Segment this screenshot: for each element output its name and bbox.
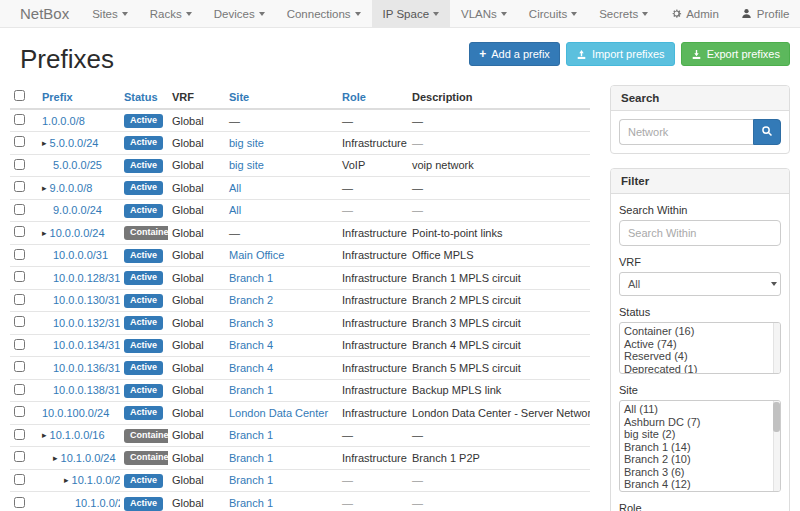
site-link[interactable]: Branch 2: [229, 294, 273, 306]
vrf-select[interactable]: All: [619, 272, 781, 296]
row-checkbox[interactable]: [14, 204, 25, 215]
select-all-checkbox[interactable]: [14, 90, 25, 101]
prefix-link[interactable]: 10.0.0.0/24: [50, 227, 105, 239]
row-checkbox[interactable]: [14, 249, 25, 260]
prefix-link[interactable]: 10.0.0.132/31: [53, 317, 120, 329]
nav-item-circuits[interactable]: Circuits: [518, 0, 588, 27]
site-link[interactable]: big site: [229, 137, 264, 149]
site-link[interactable]: Branch 1: [229, 384, 273, 396]
prefix-link[interactable]: 10.0.0.134/31: [53, 339, 120, 351]
site-link[interactable]: Branch 4: [229, 339, 273, 351]
scrollbar-track[interactable]: [773, 323, 780, 373]
description-value: London Data Center - Server Network: [412, 407, 590, 419]
row-checkbox[interactable]: [14, 429, 25, 440]
row-checkbox[interactable]: [14, 406, 25, 417]
site-option[interactable]: All (11): [620, 401, 780, 416]
site-option[interactable]: Branch 5 (7): [620, 491, 780, 493]
nav-item-admin[interactable]: Admin: [659, 0, 730, 27]
site-option[interactable]: Ashburn DC (7): [620, 416, 780, 429]
prefix-link[interactable]: 10.0.0.128/31: [53, 272, 120, 284]
prefix-link[interactable]: 10.1.0.0/26: [75, 497, 120, 509]
site-label: Site: [619, 384, 781, 396]
site-link[interactable]: big site: [229, 159, 264, 171]
prefix-link[interactable]: 9.0.0.0/8: [50, 182, 93, 194]
prefix-link[interactable]: 1.0.0.0/8: [42, 115, 85, 127]
column-header-status[interactable]: Status: [120, 85, 168, 109]
row-checkbox[interactable]: [14, 114, 25, 125]
prefix-link[interactable]: 10.1.0.0/24: [61, 452, 116, 464]
column-header-prefix[interactable]: Prefix: [38, 85, 120, 109]
site-link[interactable]: London Data Center: [229, 407, 328, 419]
site-link[interactable]: Branch 3: [229, 317, 273, 329]
prefix-link[interactable]: 10.0.0.130/31: [53, 294, 120, 306]
row-checkbox[interactable]: [14, 226, 25, 237]
status-option[interactable]: Reserved (4): [620, 350, 780, 363]
role-value: —: [342, 115, 353, 127]
nav-item-racks[interactable]: Racks: [139, 0, 203, 27]
status-option[interactable]: Active (74): [620, 338, 780, 351]
nav-item-sites[interactable]: Sites: [81, 0, 139, 27]
nav-item-connections[interactable]: Connections: [276, 0, 372, 27]
export-prefixes-button[interactable]: Export prefixes: [681, 42, 790, 66]
page-actions: + Add a prefix Import prefixes Export pr…: [469, 42, 790, 66]
prefix-link[interactable]: 10.0.0.138/31: [53, 384, 120, 396]
prefix-link[interactable]: 9.0.0.0/24: [53, 204, 102, 216]
site-listbox[interactable]: All (11)Ashburn DC (7)big site (2)Branch…: [619, 400, 781, 492]
nav-item-profile[interactable]: Profile: [730, 0, 800, 27]
prefix-link[interactable]: 5.0.0.0/24: [50, 137, 99, 149]
site-link[interactable]: Branch 1: [229, 474, 273, 486]
row-checkbox[interactable]: [14, 294, 25, 305]
nav-item-vlans[interactable]: VLANs: [450, 0, 518, 27]
site-option[interactable]: Branch 4 (12): [620, 478, 780, 491]
row-checkbox[interactable]: [14, 361, 25, 372]
import-prefixes-button[interactable]: Import prefixes: [566, 42, 675, 66]
nav-item-devices[interactable]: Devices: [203, 0, 276, 27]
site-link[interactable]: All: [229, 182, 241, 194]
search-button[interactable]: [753, 119, 781, 145]
row-checkbox[interactable]: [14, 181, 25, 192]
site-option[interactable]: Branch 2 (10): [620, 453, 780, 466]
row-checkbox[interactable]: [14, 474, 25, 485]
status-listbox[interactable]: Container (16)Active (74)Reserved (4)Dep…: [619, 322, 781, 374]
site-link[interactable]: Branch 1: [229, 497, 273, 509]
status-option[interactable]: Deprecated (1): [620, 363, 780, 375]
site-link[interactable]: All: [229, 204, 241, 216]
column-header-role[interactable]: Role: [338, 85, 408, 109]
row-checkbox[interactable]: [14, 271, 25, 282]
upload-icon: [576, 49, 587, 60]
row-checkbox[interactable]: [14, 339, 25, 350]
role-value: —: [342, 429, 353, 441]
site-option[interactable]: big site (2): [620, 428, 780, 441]
add-prefix-button[interactable]: + Add a prefix: [469, 42, 560, 66]
row-checkbox[interactable]: [14, 384, 25, 395]
scrollbar-thumb[interactable]: [773, 402, 780, 432]
prefix-link[interactable]: 10.1.0.0/16: [50, 429, 105, 441]
nav-item-ip-space[interactable]: IP Space: [372, 0, 450, 27]
site-option[interactable]: Branch 3 (6): [620, 466, 780, 479]
prefix-link[interactable]: 10.0.100.0/24: [42, 407, 109, 419]
site-link[interactable]: Branch 1: [229, 272, 273, 284]
column-header-site[interactable]: Site: [225, 85, 338, 109]
prefix-link[interactable]: 10.1.0.0/25: [72, 474, 120, 486]
row-checkbox[interactable]: [14, 451, 25, 462]
table-row: 10.1.0.0/26ActiveGlobalBranch 1——: [10, 492, 590, 511]
row-checkbox[interactable]: [14, 159, 25, 170]
prefix-link[interactable]: 10.0.0.0/31: [53, 249, 108, 261]
site-link[interactable]: Branch 1: [229, 452, 273, 464]
role-value: Infrastructure: [342, 407, 407, 419]
scrollbar-track[interactable]: [773, 401, 780, 491]
row-checkbox[interactable]: [14, 497, 25, 508]
row-checkbox[interactable]: [14, 136, 25, 147]
site-option[interactable]: Branch 1 (14): [620, 441, 780, 454]
nav-item-secrets[interactable]: Secrets: [588, 0, 659, 27]
netbox-brand[interactable]: NetBox: [8, 0, 81, 27]
search-input[interactable]: [619, 119, 753, 145]
status-option[interactable]: Container (16): [620, 323, 780, 338]
site-link[interactable]: Branch 1: [229, 429, 273, 441]
site-link[interactable]: Main Office: [229, 249, 284, 261]
search-within-input[interactable]: [619, 220, 781, 246]
prefix-link[interactable]: 10.0.0.136/31: [53, 362, 120, 374]
site-link[interactable]: Branch 4: [229, 362, 273, 374]
row-checkbox[interactable]: [14, 316, 25, 327]
prefix-link[interactable]: 5.0.0.0/25: [53, 159, 102, 171]
